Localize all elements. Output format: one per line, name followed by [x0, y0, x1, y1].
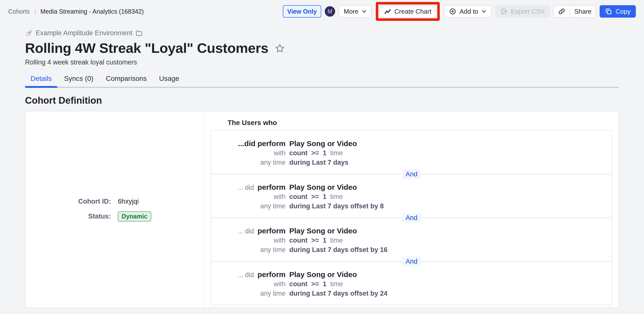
time-range[interactable]: during Last 7 days offset by 8 [289, 201, 384, 211]
copy-icon [605, 8, 612, 15]
tab-label: Syncs (0) [64, 75, 94, 82]
cohort-info-grid: Cohort ID: 6hxyjqi Status: Dynamic [78, 198, 151, 221]
condition-verb: perform [258, 183, 286, 191]
rocket-icon [25, 30, 32, 37]
copy-button-label: Copy [616, 8, 630, 15]
count-property[interactable]: count [289, 149, 308, 157]
tab-label: Usage [159, 75, 179, 82]
count-operator[interactable]: >= [311, 280, 319, 288]
status-label: Status: [78, 213, 111, 220]
and-separator: And [211, 261, 612, 262]
event-name[interactable]: Play Song or Video [289, 139, 357, 148]
environment-name: Example Amplitude Environment [36, 29, 132, 37]
time-label: any time [260, 246, 286, 253]
count-operator[interactable]: >= [311, 193, 319, 200]
tab-syncs-0[interactable]: Syncs (0) [59, 75, 99, 87]
share-button-label: Share [574, 8, 592, 15]
main-content: Example Amplitude Environment Rolling 4W… [25, 29, 619, 314]
count-operator[interactable]: >= [311, 149, 319, 157]
time-range[interactable]: during Last 7 days offset by 24 [289, 289, 388, 298]
condition-event-row: ... didperform Play Song or Video [211, 270, 612, 279]
tab-label: Comparisons [106, 75, 147, 82]
status-badge: Dynamic [118, 211, 151, 221]
with-label: with [274, 193, 286, 200]
tab-label: Details [30, 75, 52, 82]
condition-prefix: ... did [238, 184, 254, 191]
with-label: with [274, 149, 286, 157]
and-separator: And [211, 174, 612, 174]
view-only-badge: View Only [283, 5, 321, 18]
count-value[interactable]: 1 [323, 280, 326, 288]
condition-count-row: with count>=1time [211, 279, 612, 289]
chevron-down-icon [362, 10, 366, 13]
add-to-button-label: Add to [460, 8, 478, 15]
and-chip: And [402, 256, 421, 267]
share-button[interactable]: Share [570, 6, 596, 17]
definition-column: The Users who ...did perform Play Song o… [204, 111, 618, 307]
count-value[interactable]: 1 [323, 237, 326, 244]
condition-block: ... didperform Play Song or Video with c… [211, 174, 612, 217]
copy-button[interactable]: Copy [600, 5, 636, 18]
title-row: Rolling 4W Streak "Loyal" Customers [25, 40, 619, 56]
with-label: with [274, 280, 286, 288]
condition-group: ...did perform Play Song or Video with c… [211, 130, 612, 305]
avatar[interactable]: M [325, 6, 335, 17]
condition-time-row: any time during Last 7 days offset by 16 [211, 245, 612, 254]
condition-verb: ...did perform [238, 139, 286, 148]
export-icon [500, 8, 508, 15]
condition-block: ...did perform Play Song or Video with c… [211, 131, 612, 174]
share-split-button: Share [553, 5, 596, 18]
breadcrumb-cohorts-link[interactable]: Cohorts [8, 8, 30, 15]
time-label: any time [260, 159, 286, 166]
event-name[interactable]: Play Song or Video [289, 227, 357, 235]
cohort-definition-panel: Cohort ID: 6hxyjqi Status: Dynamic The U… [25, 111, 619, 308]
favorite-star-icon[interactable] [275, 43, 285, 53]
tab-usage[interactable]: Usage [154, 75, 185, 87]
count-unit: time [330, 280, 343, 288]
folder-icon[interactable] [136, 30, 142, 37]
condition-count-row: with count>=1time [211, 148, 612, 158]
more-button[interactable]: More [338, 5, 372, 18]
copy-link-button[interactable] [554, 6, 570, 17]
topbar-controls: View Only M More Create Chart Add to Exp… [283, 2, 636, 21]
breadcrumb-current-page: Media Streaming - Analytics (168342) [40, 8, 144, 15]
breadcrumb-separator: | [34, 8, 36, 15]
count-value[interactable]: 1 [323, 149, 326, 157]
condition-time-row: any time during Last 7 days offset by 8 [211, 201, 612, 211]
export-csv-button: Export CSV [495, 5, 550, 18]
event-name[interactable]: Play Song or Video [289, 270, 357, 278]
condition-event-row: ... didperform Play Song or Video [211, 226, 612, 236]
condition-event-row: ...did perform Play Song or Video [211, 139, 612, 148]
tab-comparisons[interactable]: Comparisons [100, 75, 152, 87]
count-unit: time [330, 237, 343, 244]
with-label: with [274, 237, 286, 244]
environment-row: Example Amplitude Environment [25, 29, 619, 37]
time-label: any time [260, 290, 286, 297]
condition-verb: perform [258, 227, 286, 235]
condition-time-row: any time during Last 7 days offset by 24 [211, 289, 612, 298]
breadcrumb: Cohorts | Media Streaming - Analytics (1… [8, 8, 144, 15]
tab-details[interactable]: Details [25, 75, 57, 87]
add-to-button[interactable]: Add to [444, 5, 492, 18]
and-chip: And [402, 213, 421, 223]
more-button-label: More [344, 8, 358, 15]
page-subtitle: Rolling 4 week streak loyal customers [25, 59, 619, 66]
condition-event-row: ... didperform Play Song or Video [211, 183, 612, 192]
create-chart-button[interactable]: Create Chart [379, 5, 436, 18]
count-property[interactable]: count [289, 193, 308, 200]
chart-line-icon [384, 9, 391, 14]
count-property[interactable]: count [289, 280, 308, 288]
section-title: Cohort Definition [25, 95, 619, 106]
time-range[interactable]: during Last 7 days offset by 16 [289, 245, 388, 254]
time-range[interactable]: during Last 7 days [289, 158, 348, 167]
condition-time-row: any time during Last 7 days [211, 158, 612, 167]
count-operator[interactable]: >= [311, 237, 319, 244]
count-property[interactable]: count [289, 237, 308, 244]
count-value[interactable]: 1 [323, 193, 326, 200]
cohort-info-column: Cohort ID: 6hxyjqi Status: Dynamic [26, 111, 204, 307]
tabs: Details Syncs (0) Comparisons Usage [25, 75, 619, 88]
count-unit: time [330, 193, 343, 200]
condition-count-row: with count>=1time [211, 236, 612, 245]
plus-circle-icon [449, 8, 456, 15]
event-name[interactable]: Play Song or Video [289, 183, 357, 191]
